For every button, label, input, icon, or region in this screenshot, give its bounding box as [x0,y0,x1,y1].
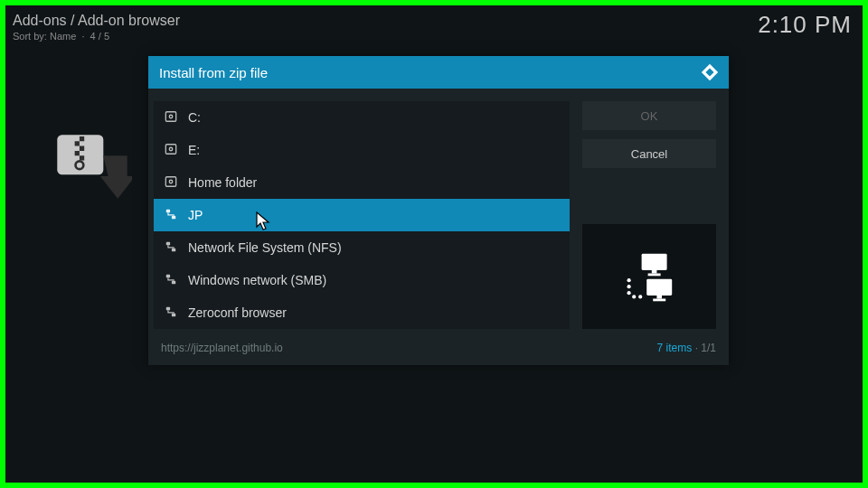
header: Add-ons / Add-on browser Sort by: Name ·… [13,13,180,42]
ok-button[interactable]: OK [582,101,716,130]
disk-icon [165,110,177,126]
svg-rect-10 [166,241,170,245]
preview-box [582,224,716,329]
network-icon [165,305,177,321]
network-icon [165,240,177,256]
svg-rect-20 [656,296,662,299]
svg-rect-11 [172,248,175,251]
svg-rect-13 [172,280,175,284]
dialog-footer: https://jizzplanet.github.io 7 items · 1… [148,336,729,365]
network-share-icon [618,245,681,308]
file-item-label: Windows network (SMB) [188,273,326,287]
svg-rect-4 [165,144,175,154]
header-sub: Sort by: Name · 4 / 5 [13,31,180,42]
svg-rect-2 [165,111,175,121]
disk-icon [165,175,177,191]
page-indicator: 1/1 [701,342,716,354]
cancel-button[interactable]: Cancel [582,139,716,168]
svg-rect-9 [172,215,175,219]
network-icon [165,208,177,223]
breadcrumb: Add-ons / Add-on browser [13,13,180,29]
svg-rect-16 [642,254,667,270]
svg-rect-19 [646,279,672,296]
file-item-label: JP [188,208,203,222]
svg-rect-6 [165,176,175,186]
footer-meta: 7 items · 1/1 [657,342,716,354]
svg-rect-18 [648,274,661,277]
screen: Add-ons / Add-on browser Sort by: Name ·… [5,5,863,483]
file-item-label: C: [188,110,201,125]
file-item-label: Zeroconf browser [188,305,287,320]
zip-download-icon [52,130,132,210]
dialog-title-bar: Install from zip file [148,56,729,89]
file-list[interactable]: C:E:Home folderJPNetwork File System (NF… [154,101,570,329]
kodi-logo-icon [700,62,720,82]
svg-point-23 [627,285,631,288]
svg-point-22 [627,278,631,282]
file-item[interactable]: C: [154,101,570,134]
svg-point-25 [632,295,636,298]
svg-point-3 [169,115,173,118]
file-item[interactable]: JP [154,199,570,231]
clock: 2:10 PM [758,11,852,39]
svg-point-7 [169,180,173,183]
file-item[interactable]: Zeroconf browser [154,296,570,329]
sort-label: Sort by: Name [13,31,76,42]
dialog-body: C:E:Home folderJPNetwork File System (NF… [148,89,729,336]
disk-icon [165,143,177,158]
dialog-title: Install from zip file [159,65,268,80]
svg-point-5 [169,147,173,151]
svg-point-24 [627,291,631,295]
file-item-label: Home folder [188,175,257,190]
file-item[interactable]: Network File System (NFS) [154,231,570,264]
file-item[interactable]: E: [154,134,570,166]
sort-sep: · [79,31,90,42]
dialog-right-panel: OK Cancel [582,101,716,329]
svg-rect-14 [166,306,170,310]
svg-rect-8 [166,209,170,212]
file-item-label: E: [188,143,200,157]
position-label: 4 / 5 [90,31,109,42]
svg-rect-17 [652,270,657,274]
file-item[interactable]: Home folder [154,166,570,199]
svg-rect-12 [166,274,170,277]
item-count: 7 items [657,342,693,354]
install-from-zip-dialog: Install from zip file C:E:Home folderJPN… [148,56,729,365]
svg-rect-15 [172,313,175,316]
svg-point-26 [638,295,642,298]
file-item[interactable]: Windows network (SMB) [154,264,570,296]
file-item-label: Network File System (NFS) [188,240,342,255]
svg-rect-21 [653,299,665,302]
network-icon [165,273,177,288]
footer-url: https://jizzplanet.github.io [161,342,283,354]
